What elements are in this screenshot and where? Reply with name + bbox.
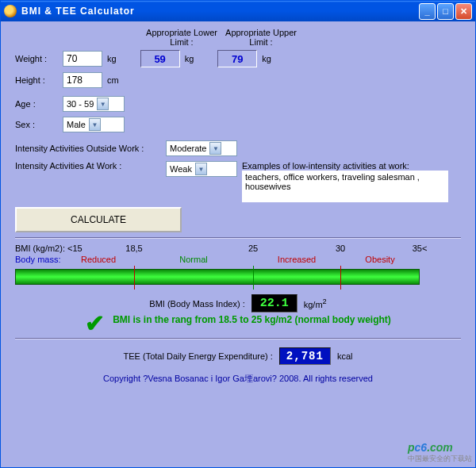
tee-label: TEE (Total Daily Energy Expenditure) :	[124, 351, 273, 361]
bmi-value: 22.1	[251, 294, 298, 313]
calculate-button[interactable]: CALCULATE	[15, 207, 182, 232]
age-value: 30 - 59	[67, 99, 94, 109]
window-buttons: _ □ ✕	[419, 3, 472, 20]
divider-185	[134, 266, 135, 290]
tick-35: 35<	[413, 244, 428, 253]
weight-input[interactable]	[63, 51, 102, 67]
bmi-status-row: ✔ BMI is in the rang from 18.5 to 25 kg/…	[15, 314, 461, 333]
sex-value: Male	[67, 120, 86, 129]
sex-select[interactable]: Male ▼	[63, 117, 125, 132]
atwork-activity-value: Weak	[170, 164, 192, 174]
tick-25: 25	[248, 244, 258, 253]
bmi-status-message: BMI is in the rang from 18.5 to 25 kg/m2…	[113, 314, 391, 325]
weight-unit: kg	[107, 54, 117, 63]
tee-unit: kcal	[337, 351, 353, 361]
limits-header: Appropriate Lower Limit : Appropriate Up…	[142, 28, 461, 47]
scale-header: BMI (kg/m2): <15	[15, 244, 83, 253]
titlebar: BMI & TEE Calculator _ □ ✕	[1, 1, 475, 21]
weight-row: Weight : kg 59 kg 79 kg	[15, 50, 461, 67]
minimize-button[interactable]: _	[419, 3, 436, 20]
chevron-down-icon: ▼	[89, 118, 101, 131]
atwork-activity-select[interactable]: Weak ▼	[166, 161, 237, 177]
outside-activity-select[interactable]: Moderate ▼	[166, 140, 237, 156]
height-row: Height : cm	[15, 72, 461, 88]
separator	[15, 237, 461, 239]
divider-25	[253, 266, 254, 290]
upper-limit-label: Appropriate Upper Limit :	[221, 28, 301, 47]
age-label: Age :	[15, 99, 63, 109]
tick-185: 18,5	[125, 244, 142, 253]
bmi-scale: BMI (kg/m2): <15 18,5 25 30 35< Body mas…	[15, 244, 461, 291]
window-title: BMI & TEE Calculator	[21, 6, 419, 17]
upper-limit-unit: kg	[262, 54, 271, 63]
separator-2	[15, 338, 461, 339]
close-button[interactable]: ✕	[455, 3, 472, 20]
bmi-unit: kg/m2	[304, 297, 327, 309]
atwork-activity-label: Intensity Activities At Work :	[15, 161, 166, 171]
maximize-button[interactable]: □	[437, 3, 454, 20]
atwork-activity-row: Intensity Activities At Work : Weak ▼ Ex…	[15, 161, 461, 202]
cat-reduced: Reduced	[81, 255, 116, 264]
watermark: pc6.com 中国最安全的下载站	[408, 441, 472, 464]
tee-value: 2,781	[279, 347, 331, 365]
bmi-label: BMI (Body Mass Index) :	[149, 299, 244, 309]
lower-limit-unit: kg	[185, 54, 194, 63]
cat-normal: Normal	[179, 255, 207, 264]
height-label: Height :	[15, 75, 63, 85]
sex-row: Sex : Male ▼	[15, 117, 461, 132]
bmi-result-row: BMI (Body Mass Index) : 22.1 kg/m2	[15, 294, 461, 313]
chevron-down-icon: ▼	[209, 142, 221, 155]
copyright: Copyright ?Vesna Bosanac i Igor Ga堙arovi…	[15, 373, 461, 385]
cat-obesity: Obesity	[365, 255, 394, 264]
outside-activity-value: Moderate	[170, 144, 206, 153]
age-row: Age : 30 - 59 ▼	[15, 96, 461, 112]
bmi-bar	[15, 269, 420, 285]
lower-limit-value: 59	[140, 50, 180, 67]
app-window: BMI & TEE Calculator _ □ ✕ Appropriate L…	[0, 0, 476, 468]
sex-label: Sex :	[15, 120, 63, 129]
app-icon	[4, 5, 17, 17]
cat-bodymass: Body mass:	[15, 255, 60, 264]
chevron-down-icon: ▼	[97, 98, 109, 110]
lower-limit-label: Appropriate Lower Limit :	[142, 28, 221, 47]
divider-30	[340, 266, 341, 290]
outside-activity-label: Intensity Activities Outside Work :	[15, 144, 166, 153]
checkmark-icon: ✔	[85, 314, 105, 333]
upper-limit-value: 79	[217, 50, 257, 67]
outside-activity-row: Intensity Activities Outside Work : Mode…	[15, 140, 461, 156]
examples-label: Examples of low-intensity activities at …	[242, 161, 448, 171]
examples-block: Examples of low-intensity activities at …	[237, 161, 448, 202]
examples-text: teachers, office workers, traveling sale…	[242, 171, 448, 202]
client-area: Appropriate Lower Limit : Appropriate Up…	[1, 21, 475, 467]
age-select[interactable]: 30 - 59 ▼	[63, 96, 125, 112]
height-input[interactable]	[63, 72, 102, 88]
cat-increased: Increased	[278, 255, 316, 264]
weight-label: Weight :	[15, 54, 63, 63]
tee-row: TEE (Total Daily Energy Expenditure) : 2…	[15, 347, 461, 365]
chevron-down-icon: ▼	[195, 163, 207, 175]
tick-30: 30	[336, 244, 345, 253]
height-unit: cm	[107, 75, 119, 85]
